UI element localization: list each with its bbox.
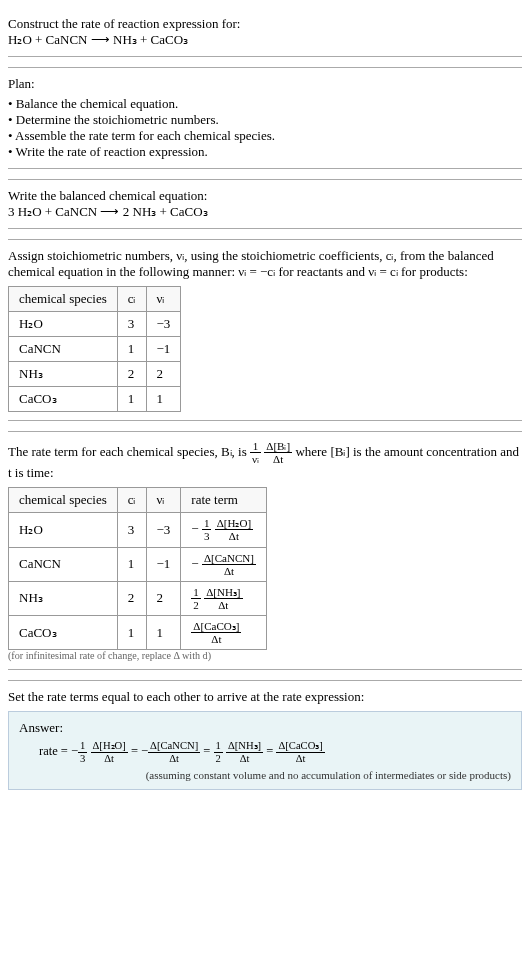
cell-v: −1 <box>146 547 181 581</box>
col-rate: rate term <box>181 488 267 513</box>
answer-equation: rate = −13 Δ[H₂O]Δt = −Δ[CaNCN]Δt = 12 Δ… <box>39 740 511 764</box>
final-title: Set the rate terms equal to each other t… <box>8 689 522 705</box>
coef-frac: 13 <box>202 517 212 542</box>
cell-v: −3 <box>146 513 181 547</box>
cell-species: H₂O <box>9 312 118 337</box>
cell-v: 2 <box>146 581 181 615</box>
balanced-section: Write the balanced chemical equation: 3 … <box>8 179 522 229</box>
col-c: cᵢ <box>117 488 146 513</box>
cell-species: NH₃ <box>9 362 118 387</box>
col-species: chemical species <box>9 287 118 312</box>
col-c: cᵢ <box>117 287 146 312</box>
col-v: νᵢ <box>146 488 181 513</box>
term1-coef: 13 <box>78 740 87 764</box>
table-row: NH₃ 2 2 <box>9 362 181 387</box>
cell-v: 1 <box>146 387 181 412</box>
cell-rate: 12 Δ[NH₃]Δt <box>181 581 267 615</box>
rate-table: chemical species cᵢ νᵢ rate term H₂O 3 −… <box>8 487 267 650</box>
term1-delta: Δ[H₂O]Δt <box>91 740 128 764</box>
term4-delta: Δ[CaCO₃]Δt <box>276 740 324 764</box>
cell-v: −3 <box>146 312 181 337</box>
table-row: CaCO₃ 1 1 Δ[CaCO₃]Δt <box>9 616 267 650</box>
answer-box: Answer: rate = −13 Δ[H₂O]Δt = −Δ[CaNCN]Δ… <box>8 711 522 789</box>
col-species: chemical species <box>9 488 118 513</box>
cell-rate: Δ[CaCO₃]Δt <box>181 616 267 650</box>
sign: − <box>191 521 198 536</box>
plan-item: Write the rate of reaction expression. <box>8 144 522 160</box>
cell-species: H₂O <box>9 513 118 547</box>
col-v: νᵢ <box>146 287 181 312</box>
table-row: NH₃ 2 2 12 Δ[NH₃]Δt <box>9 581 267 615</box>
cell-species: CaCO₃ <box>9 616 118 650</box>
rate-prefix: rate = <box>39 744 71 758</box>
term3-delta: Δ[NH₃]Δt <box>226 740 263 764</box>
rate-section: The rate term for each chemical species,… <box>8 431 522 670</box>
stoich-table: chemical species cᵢ νᵢ H₂O 3 −3 CaNCN 1 … <box>8 286 181 412</box>
cell-c: 2 <box>117 362 146 387</box>
cell-v: −1 <box>146 337 181 362</box>
plan-section: Plan: Balance the chemical equation. Det… <box>8 67 522 169</box>
balanced-title: Write the balanced chemical equation: <box>8 188 522 204</box>
answer-assume: (assuming constant volume and no accumul… <box>19 769 511 781</box>
table-row: H₂O 3 −3 − 13 Δ[H₂O]Δt <box>9 513 267 547</box>
cell-species: CaCO₃ <box>9 387 118 412</box>
rate-note: (for infinitesimal rate of change, repla… <box>8 650 522 661</box>
cell-v: 1 <box>146 616 181 650</box>
table-row: CaCO₃ 1 1 <box>9 387 181 412</box>
cell-species: CaNCN <box>9 337 118 362</box>
rate-intro-a: The rate term for each chemical species,… <box>8 444 250 459</box>
cell-species: NH₃ <box>9 581 118 615</box>
delta-frac: Δ[H₂O]Δt <box>215 517 253 542</box>
cell-c: 1 <box>117 387 146 412</box>
plan-item: Assemble the rate term for each chemical… <box>8 128 522 144</box>
delta-frac: Δ[NH₃]Δt <box>204 586 242 611</box>
intro-equation: H₂O + CaNCN ⟶ NH₃ + CaCO₃ <box>8 32 522 48</box>
intro-title: Construct the rate of reaction expressio… <box>8 16 522 32</box>
delta-frac: Δ[CaCO₃]Δt <box>191 620 241 645</box>
cell-c: 3 <box>117 513 146 547</box>
table-header-row: chemical species cᵢ νᵢ <box>9 287 181 312</box>
rate-intro: The rate term for each chemical species,… <box>8 440 522 481</box>
cell-c: 1 <box>117 337 146 362</box>
table-row: H₂O 3 −3 <box>9 312 181 337</box>
cell-c: 1 <box>117 547 146 581</box>
table-header-row: chemical species cᵢ νᵢ rate term <box>9 488 267 513</box>
cell-species: CaNCN <box>9 547 118 581</box>
coef-frac: 12 <box>191 586 201 611</box>
term2-delta: Δ[CaNCN]Δt <box>148 740 200 764</box>
delta-frac: Δ[CaNCN]Δt <box>202 552 256 577</box>
rate-formula-coef: 1νᵢ <box>250 440 261 465</box>
stoich-intro: Assign stoichiometric numbers, νᵢ, using… <box>8 248 522 280</box>
rate-formula-delta: Δ[Bᵢ]Δt <box>264 440 292 465</box>
plan-list: Balance the chemical equation. Determine… <box>8 96 522 160</box>
cell-c: 1 <box>117 616 146 650</box>
cell-rate: − Δ[CaNCN]Δt <box>181 547 267 581</box>
plan-item: Determine the stoichiometric numbers. <box>8 112 522 128</box>
cell-rate: − 13 Δ[H₂O]Δt <box>181 513 267 547</box>
stoich-section: Assign stoichiometric numbers, νᵢ, using… <box>8 239 522 421</box>
table-row: CaNCN 1 −1 − Δ[CaNCN]Δt <box>9 547 267 581</box>
sign: − <box>191 555 198 570</box>
plan-title: Plan: <box>8 76 522 92</box>
balanced-equation: 3 H₂O + CaNCN ⟶ 2 NH₃ + CaCO₃ <box>8 204 522 220</box>
intro-section: Construct the rate of reaction expressio… <box>8 8 522 57</box>
cell-v: 2 <box>146 362 181 387</box>
term3-coef: 12 <box>214 740 223 764</box>
answer-label: Answer: <box>19 720 511 736</box>
plan-item: Balance the chemical equation. <box>8 96 522 112</box>
cell-c: 2 <box>117 581 146 615</box>
final-section: Set the rate terms equal to each other t… <box>8 680 522 797</box>
table-row: CaNCN 1 −1 <box>9 337 181 362</box>
cell-c: 3 <box>117 312 146 337</box>
